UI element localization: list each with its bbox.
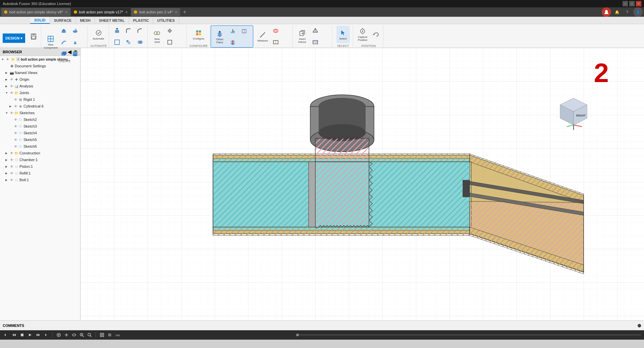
- eye-icon-2[interactable]: 👁: [9, 77, 14, 82]
- position-label[interactable]: POSITION: [361, 44, 376, 48]
- stop-btn[interactable]: [19, 332, 25, 338]
- tree-doc-settings[interactable]: ⚙ Document Settings: [0, 63, 80, 69]
- close-button[interactable]: ✕: [636, 1, 641, 6]
- configure-label[interactable]: CONFIGURE: [190, 44, 208, 48]
- tab-3[interactable]: bolt action pen 2 v4* ✕: [131, 8, 180, 16]
- mode-plastic[interactable]: PLASTIC: [129, 17, 153, 24]
- help-icon[interactable]: ?: [623, 8, 631, 16]
- tree-sketch2[interactable]: 👁 □ Sketch2: [0, 116, 80, 123]
- grid-toggle-icon[interactable]: [106, 332, 113, 338]
- combine-btn[interactable]: [135, 37, 145, 48]
- create-label[interactable]: CREATE: [59, 60, 71, 63]
- account-icon[interactable]: 👤: [633, 7, 643, 17]
- comments-add-icon[interactable]: ⊕: [637, 323, 641, 328]
- eye-icon-9[interactable]: 👁: [13, 124, 18, 129]
- insert-derive-btn[interactable]: InsertDerive: [296, 28, 309, 45]
- new-tab-button[interactable]: +: [181, 8, 189, 16]
- eye-icon-10[interactable]: 👁: [13, 131, 18, 135]
- measure-btn[interactable]: Measure: [256, 28, 269, 45]
- mode-solid[interactable]: SOLID: [30, 17, 50, 24]
- insert-canvas-btn[interactable]: [310, 37, 321, 48]
- tree-rigid1[interactable]: 👁 ⊞ Rigid 1: [0, 96, 80, 103]
- next-view-btn[interactable]: [43, 332, 50, 338]
- info-icon[interactable]: ℹ: [16, 57, 20, 61]
- tree-refill[interactable]: ▶ 👁 □ Refill:1: [0, 170, 80, 177]
- eye-icon-8[interactable]: 👁: [13, 117, 18, 122]
- eye-icon-3[interactable]: 👁: [9, 84, 14, 88]
- timeline-handle[interactable]: [296, 334, 299, 336]
- automate-btn[interactable]: Automate: [92, 26, 105, 43]
- minimize-button[interactable]: ─: [623, 1, 628, 6]
- new-joint-btn[interactable]: NewJoint: [150, 28, 164, 45]
- eye-icon-13[interactable]: 👁: [9, 151, 14, 155]
- joint-origin-btn[interactable]: [164, 25, 175, 36]
- eye-icon-6[interactable]: 👁: [13, 104, 18, 109]
- eye-icon-14[interactable]: 👁: [9, 157, 14, 162]
- tree-bolt[interactable]: ▶ 👁 □ Bolt:1: [0, 177, 80, 183]
- offset-plane-btn[interactable]: OffsetPlane: [213, 28, 226, 46]
- tree-named-views[interactable]: ▶ 📷 Named Views: [0, 69, 80, 76]
- eye-icon-5[interactable]: 👁: [13, 97, 18, 102]
- chamfer-btn[interactable]: [135, 25, 145, 36]
- fillet-btn[interactable]: [123, 25, 134, 36]
- tree-sketch5[interactable]: 👁 □ Sketch5: [0, 136, 80, 143]
- bell-icon[interactable]: 🔔: [613, 8, 621, 16]
- display-mode-icon[interactable]: [99, 332, 105, 338]
- insert-mesh-btn[interactable]: [310, 25, 321, 36]
- tree-joints[interactable]: ▼ 👁 📁 Joints: [0, 89, 80, 96]
- revert-btn[interactable]: [370, 29, 381, 40]
- timeline-bar[interactable]: [296, 334, 641, 336]
- user-icon[interactable]: [602, 7, 611, 17]
- scale-btn[interactable]: [123, 37, 134, 48]
- eye-icon-12[interactable]: 👁: [13, 144, 18, 149]
- tree-sketch6[interactable]: 👁 □ Sketch6: [0, 143, 80, 150]
- cylinder-btn[interactable]: [70, 48, 80, 59]
- tree-origin[interactable]: ▶ 👁 ✛ Origin: [0, 76, 80, 83]
- select-btn[interactable]: Select: [336, 26, 350, 43]
- eye-icon-4[interactable]: 👁: [9, 90, 14, 95]
- tree-construction[interactable]: ▶ 👁 📁 Construction: [0, 150, 80, 156]
- mode-mesh[interactable]: MESH: [76, 17, 95, 24]
- new-component-btn[interactable]: NewComponent: [44, 33, 57, 51]
- section-analysis-btn[interactable]: [270, 37, 281, 48]
- mode-sheet-metal[interactable]: SHEET METAL: [95, 17, 129, 24]
- axis-cylinder-btn[interactable]: [227, 37, 238, 48]
- tab-2[interactable]: bolt action pen simple v17* ✕: [71, 8, 130, 16]
- eye-icon-16[interactable]: 👁: [9, 171, 14, 176]
- extrude-btn[interactable]: [58, 25, 69, 36]
- viewport[interactable]: RIGHT 2: [80, 48, 644, 320]
- tree-sketches[interactable]: ▼ 👁 📁 Sketches: [0, 110, 80, 116]
- tab-2-close[interactable]: ✕: [125, 10, 128, 14]
- plane-at-angle-btn[interactable]: [227, 26, 238, 37]
- box-btn[interactable]: [58, 48, 69, 59]
- tab-1-close[interactable]: ✕: [65, 10, 68, 14]
- zoom-icon[interactable]: [78, 332, 85, 338]
- eye-icon[interactable]: 👁: [5, 57, 10, 62]
- press-pull-btn[interactable]: [112, 25, 122, 36]
- mode-utilities[interactable]: UTILITIES: [153, 17, 179, 24]
- automate-label[interactable]: AUTOMATE: [90, 44, 107, 48]
- design-dropdown[interactable]: DESIGN ▾: [3, 33, 25, 43]
- tab-1[interactable]: bolt action pen simple skinny v9* ✕: [1, 8, 70, 16]
- loft-btn[interactable]: [70, 37, 80, 48]
- tab-3-close[interactable]: ✕: [175, 10, 177, 14]
- shell-btn[interactable]: [112, 37, 122, 48]
- revolve-btn[interactable]: [70, 25, 80, 36]
- zoom-fit-icon[interactable]: [86, 332, 93, 338]
- tree-analysis[interactable]: ▶ 👁 📊 Analysis: [0, 83, 80, 89]
- play-btn[interactable]: [27, 332, 34, 338]
- midplane-btn[interactable]: [239, 26, 250, 37]
- select-label[interactable]: SELECT: [337, 44, 349, 48]
- tree-cylindrical6[interactable]: ▶ 👁 ⊕ Cylindrical 6: [0, 103, 80, 110]
- maximize-button[interactable]: □: [629, 1, 635, 6]
- eye-icon-7[interactable]: 👁: [9, 111, 14, 115]
- rigid-group-btn[interactable]: [164, 37, 175, 48]
- tree-piston[interactable]: ▶ 👁 □ Piston:1: [0, 163, 80, 170]
- tree-sketch3[interactable]: 👁 □ Sketch3: [0, 123, 80, 130]
- mode-surface[interactable]: SURFACE: [50, 17, 76, 24]
- eye-icon-17[interactable]: 👁: [9, 178, 14, 182]
- pan-icon[interactable]: [63, 332, 70, 338]
- tree-chamber[interactable]: ▶ 👁 ⬡ Chamber:1: [0, 156, 80, 163]
- tree-sketch4[interactable]: 👁 □ Sketch4: [0, 130, 80, 136]
- prev-view-btn[interactable]: [3, 332, 9, 338]
